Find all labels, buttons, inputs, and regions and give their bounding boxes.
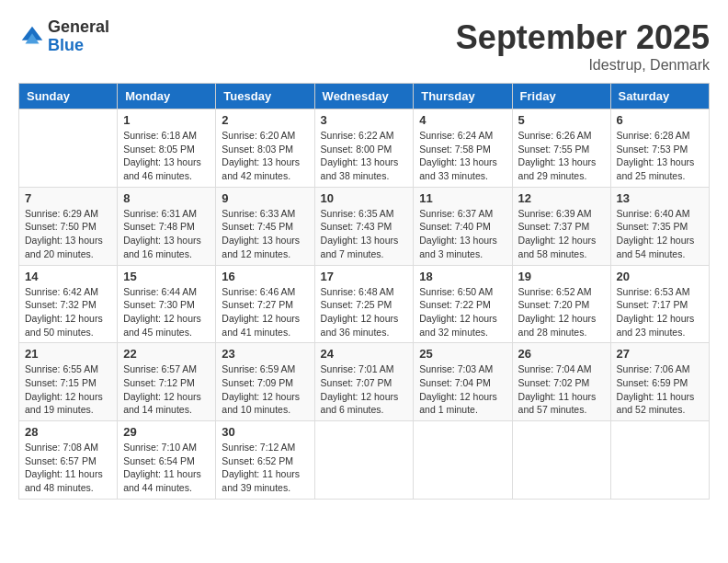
calendar-cell: 2Sunrise: 6:20 AMSunset: 8:03 PMDaylight… (216, 109, 314, 188)
logo: General Blue (18, 18, 109, 55)
calendar-cell: 16Sunrise: 6:46 AMSunset: 7:27 PMDayligh… (216, 265, 314, 343)
day-number: 13 (617, 191, 703, 205)
week-row-1: 1Sunrise: 6:18 AMSunset: 8:05 PMDaylight… (19, 109, 710, 188)
day-info: Sunrise: 7:04 AMSunset: 7:02 PMDaylight:… (518, 362, 605, 417)
day-number: 19 (518, 270, 605, 283)
day-number: 17 (321, 270, 408, 283)
calendar-cell (610, 421, 709, 500)
day-number: 24 (321, 347, 408, 361)
day-info: Sunrise: 6:18 AMSunset: 8:05 PMDaylight:… (123, 129, 210, 183)
day-number: 9 (222, 191, 308, 205)
day-info: Sunrise: 6:29 AMSunset: 7:50 PMDaylight:… (25, 207, 111, 261)
day-number: 5 (518, 113, 605, 127)
weekday-header-saturday: Saturday (610, 84, 709, 109)
weekday-header-row: SundayMondayTuesdayWednesdayThursdayFrid… (19, 84, 710, 109)
calendar-cell (414, 421, 512, 500)
day-info: Sunrise: 7:08 AMSunset: 6:57 PMDaylight:… (25, 441, 111, 495)
day-number: 6 (617, 113, 703, 127)
day-info: Sunrise: 6:37 AMSunset: 7:40 PMDaylight:… (419, 207, 506, 261)
day-number: 14 (25, 270, 111, 283)
calendar-cell: 7Sunrise: 6:29 AMSunset: 7:50 PMDaylight… (19, 187, 118, 265)
calendar-cell: 20Sunrise: 6:53 AMSunset: 7:17 PMDayligh… (610, 265, 709, 343)
day-number: 16 (222, 270, 308, 283)
day-number: 10 (321, 191, 408, 205)
calendar-cell: 23Sunrise: 6:59 AMSunset: 7:09 PMDayligh… (216, 343, 314, 421)
week-row-5: 28Sunrise: 7:08 AMSunset: 6:57 PMDayligh… (19, 421, 710, 500)
day-number: 11 (419, 191, 506, 205)
calendar-cell (512, 421, 610, 500)
weekday-header-wednesday: Wednesday (314, 84, 414, 109)
weekday-header-friday: Friday (512, 84, 610, 109)
day-info: Sunrise: 6:28 AMSunset: 7:53 PMDaylight:… (617, 129, 703, 183)
day-info: Sunrise: 6:31 AMSunset: 7:48 PMDaylight:… (123, 207, 210, 261)
calendar-cell: 6Sunrise: 6:28 AMSunset: 7:53 PMDaylight… (610, 109, 709, 188)
day-info: Sunrise: 6:20 AMSunset: 8:03 PMDaylight:… (222, 129, 308, 183)
week-row-3: 14Sunrise: 6:42 AMSunset: 7:32 PMDayligh… (19, 265, 710, 343)
day-info: Sunrise: 6:26 AMSunset: 7:55 PMDaylight:… (518, 129, 605, 183)
calendar-cell: 1Sunrise: 6:18 AMSunset: 8:05 PMDaylight… (118, 109, 216, 188)
title-section: September 2025 Idestrup, Denmark (456, 18, 710, 74)
day-info: Sunrise: 6:44 AMSunset: 7:30 PMDaylight:… (123, 285, 210, 339)
logo-general: General (48, 18, 109, 37)
weekday-header-tuesday: Tuesday (216, 84, 314, 109)
calendar-cell: 8Sunrise: 6:31 AMSunset: 7:48 PMDaylight… (118, 187, 216, 265)
day-number: 25 (419, 347, 506, 361)
calendar-cell: 12Sunrise: 6:39 AMSunset: 7:37 PMDayligh… (512, 187, 610, 265)
day-info: Sunrise: 6:48 AMSunset: 7:25 PMDaylight:… (321, 285, 408, 339)
day-info: Sunrise: 7:01 AMSunset: 7:07 PMDaylight:… (321, 362, 408, 417)
calendar-cell: 15Sunrise: 6:44 AMSunset: 7:30 PMDayligh… (118, 265, 216, 343)
weekday-header-thursday: Thursday (414, 84, 512, 109)
day-info: Sunrise: 6:40 AMSunset: 7:35 PMDaylight:… (617, 207, 703, 261)
day-number: 30 (222, 425, 308, 439)
calendar-cell: 9Sunrise: 6:33 AMSunset: 7:45 PMDaylight… (216, 187, 314, 265)
calendar-cell: 26Sunrise: 7:04 AMSunset: 7:02 PMDayligh… (512, 343, 610, 421)
day-number: 7 (25, 191, 111, 205)
day-info: Sunrise: 6:42 AMSunset: 7:32 PMDaylight:… (25, 285, 111, 339)
calendar-cell: 14Sunrise: 6:42 AMSunset: 7:32 PMDayligh… (19, 265, 118, 343)
day-info: Sunrise: 7:06 AMSunset: 6:59 PMDaylight:… (617, 362, 703, 417)
day-number: 4 (419, 113, 506, 127)
calendar-cell: 29Sunrise: 7:10 AMSunset: 6:54 PMDayligh… (118, 421, 216, 500)
day-number: 18 (419, 270, 506, 283)
day-number: 29 (123, 425, 210, 439)
weekday-header-sunday: Sunday (19, 84, 118, 109)
day-info: Sunrise: 6:50 AMSunset: 7:22 PMDaylight:… (419, 285, 506, 339)
calendar-cell: 30Sunrise: 7:12 AMSunset: 6:52 PMDayligh… (216, 421, 314, 500)
day-number: 3 (321, 113, 408, 127)
calendar-cell: 3Sunrise: 6:22 AMSunset: 8:00 PMDaylight… (314, 109, 414, 188)
calendar-cell: 4Sunrise: 6:24 AMSunset: 7:58 PMDaylight… (414, 109, 512, 188)
day-number: 1 (123, 113, 210, 127)
day-info: Sunrise: 6:59 AMSunset: 7:09 PMDaylight:… (222, 362, 308, 417)
day-number: 21 (25, 347, 111, 361)
week-row-2: 7Sunrise: 6:29 AMSunset: 7:50 PMDaylight… (19, 187, 710, 265)
day-number: 27 (617, 347, 703, 361)
day-number: 22 (123, 347, 210, 361)
day-info: Sunrise: 6:57 AMSunset: 7:12 PMDaylight:… (123, 362, 210, 417)
day-number: 28 (25, 425, 111, 439)
day-info: Sunrise: 6:24 AMSunset: 7:58 PMDaylight:… (419, 129, 506, 183)
day-info: Sunrise: 7:03 AMSunset: 7:04 PMDaylight:… (419, 362, 506, 417)
calendar-cell: 10Sunrise: 6:35 AMSunset: 7:43 PMDayligh… (314, 187, 414, 265)
day-number: 8 (123, 191, 210, 205)
day-info: Sunrise: 7:10 AMSunset: 6:54 PMDaylight:… (123, 441, 210, 495)
calendar-table: SundayMondayTuesdayWednesdayThursdayFrid… (18, 83, 710, 500)
month-title: September 2025 (456, 18, 710, 57)
day-number: 20 (617, 270, 703, 283)
calendar-cell: 18Sunrise: 6:50 AMSunset: 7:22 PMDayligh… (414, 265, 512, 343)
calendar-cell: 17Sunrise: 6:48 AMSunset: 7:25 PMDayligh… (314, 265, 414, 343)
day-info: Sunrise: 6:33 AMSunset: 7:45 PMDaylight:… (222, 207, 308, 261)
day-info: Sunrise: 6:22 AMSunset: 8:00 PMDaylight:… (321, 129, 408, 183)
day-number: 12 (518, 191, 605, 205)
calendar-cell: 24Sunrise: 7:01 AMSunset: 7:07 PMDayligh… (314, 343, 414, 421)
day-number: 2 (222, 113, 308, 127)
calendar-cell: 28Sunrise: 7:08 AMSunset: 6:57 PMDayligh… (19, 421, 118, 500)
day-info: Sunrise: 6:55 AMSunset: 7:15 PMDaylight:… (25, 362, 111, 417)
calendar-cell: 5Sunrise: 6:26 AMSunset: 7:55 PMDaylight… (512, 109, 610, 188)
day-info: Sunrise: 7:12 AMSunset: 6:52 PMDaylight:… (222, 441, 308, 495)
calendar-cell: 27Sunrise: 7:06 AMSunset: 6:59 PMDayligh… (610, 343, 709, 421)
day-info: Sunrise: 6:53 AMSunset: 7:17 PMDaylight:… (617, 285, 703, 339)
day-info: Sunrise: 6:46 AMSunset: 7:27 PMDaylight:… (222, 285, 308, 339)
logo-text: General Blue (48, 18, 109, 55)
calendar-cell: 13Sunrise: 6:40 AMSunset: 7:35 PMDayligh… (610, 187, 709, 265)
calendar-cell (19, 109, 118, 188)
